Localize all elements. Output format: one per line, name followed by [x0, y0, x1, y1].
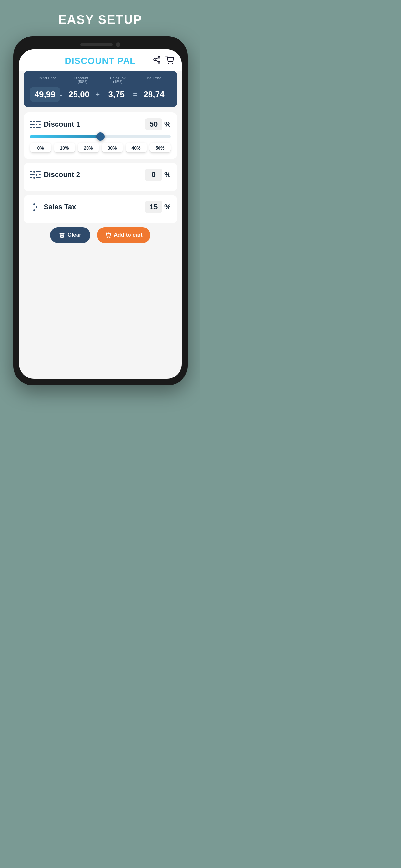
- clear-label: Clear: [67, 232, 81, 238]
- label-initial-price: Initial Price: [30, 76, 65, 84]
- svg-line-3: [156, 60, 158, 62]
- sales-tax-percent: %: [164, 203, 171, 211]
- discount2-title: Discount 2: [44, 170, 80, 179]
- add-cart-label: Add to cart: [114, 232, 143, 238]
- svg-text:0: 0: [171, 57, 172, 59]
- discount2-header: Discount 2 0 %: [30, 168, 171, 181]
- discount1-range-thumb[interactable]: [96, 132, 104, 141]
- discount1-percent: %: [164, 120, 171, 128]
- app-header: DISCOUNT PAL: [19, 50, 182, 71]
- equals-operator: =: [133, 90, 137, 99]
- svg-point-5: [168, 63, 168, 64]
- discount2-card: Discount 2 0 %: [24, 163, 177, 191]
- svg-point-8: [107, 237, 107, 238]
- sales-tax-header: Sales Tax 15 %: [30, 201, 171, 213]
- sliders-icon-sales-tax: [30, 204, 41, 211]
- discount1-card: Discount 1 50 % 0% 10% 20% 30%: [24, 113, 177, 159]
- header-icons: 0: [153, 56, 174, 66]
- summary-bar: Initial Price Discount 1(50%) Sales Tax(…: [24, 71, 177, 107]
- svg-point-9: [110, 237, 111, 238]
- label-sales-tax: Sales Tax(15%): [100, 76, 135, 84]
- discount1-range-fill: [30, 135, 100, 138]
- phone-screen: DISCOUNT PAL: [19, 50, 182, 379]
- share-icon[interactable]: [153, 56, 161, 66]
- discount1-header: Discount 1 50 %: [30, 118, 171, 130]
- svg-line-4: [156, 58, 158, 59]
- discount1-range-track[interactable]: [30, 135, 171, 138]
- summary-labels: Initial Price Discount 1(50%) Sales Tax(…: [30, 76, 171, 84]
- sales-tax-value-badge: 15 %: [145, 201, 171, 213]
- cart-add-icon: [104, 232, 111, 238]
- discount1-title: Discount 1: [44, 120, 80, 128]
- discount1-title-row: Discount 1: [30, 120, 80, 128]
- label-discount1: Discount 1(50%): [65, 76, 100, 84]
- discount1-value: 25,00: [62, 89, 96, 99]
- sales-tax-card: Sales Tax 15 %: [24, 195, 177, 223]
- discount2-value-box[interactable]: 0: [145, 168, 162, 181]
- discount1-value-badge: 50 %: [145, 118, 171, 130]
- preset-btn-20[interactable]: 20%: [78, 143, 99, 153]
- trash-icon: [59, 232, 65, 238]
- discount2-value-badge: 0 %: [145, 168, 171, 181]
- preset-btn-30[interactable]: 30%: [102, 143, 123, 153]
- discount2-percent: %: [164, 170, 171, 179]
- discount1-slider-container[interactable]: [30, 135, 171, 138]
- discount2-title-row: Discount 2: [30, 170, 80, 179]
- notch-dot: [116, 42, 120, 47]
- svg-point-6: [172, 63, 173, 64]
- add-to-cart-button[interactable]: Add to cart: [97, 227, 150, 243]
- clear-button[interactable]: Clear: [50, 227, 90, 243]
- plus-operator: +: [96, 90, 100, 99]
- preset-btn-50[interactable]: 50%: [150, 143, 171, 153]
- phone-frame: DISCOUNT PAL: [13, 36, 188, 385]
- preset-btn-40[interactable]: 40%: [126, 143, 147, 153]
- page-title: EASY SETUP: [58, 13, 142, 27]
- sales-tax-value-box[interactable]: 15: [145, 201, 162, 213]
- sales-tax-value: 3,75: [100, 89, 133, 99]
- sales-tax-title-row: Sales Tax: [30, 203, 76, 211]
- preset-btn-0[interactable]: 0%: [30, 143, 51, 153]
- initial-price-value: 49,99: [30, 87, 60, 102]
- action-row: Clear Add to cart: [24, 227, 177, 243]
- phone-notch: [19, 42, 182, 47]
- notch-pill: [81, 43, 113, 46]
- final-price-value: 28,74: [137, 89, 171, 99]
- cart-icon[interactable]: 0: [165, 56, 174, 66]
- label-final-price: Final Price: [135, 76, 171, 84]
- preset-btn-10[interactable]: 10%: [54, 143, 75, 153]
- summary-values: 49,99 - 25,00 + 3,75 = 28,74: [30, 87, 171, 102]
- sliders-icon-discount1: [30, 121, 41, 128]
- sliders-icon-discount2: [30, 171, 41, 179]
- app-title: DISCOUNT PAL: [65, 56, 136, 66]
- minus-operator: -: [60, 90, 62, 99]
- sales-tax-title: Sales Tax: [44, 203, 76, 211]
- discount1-value-box[interactable]: 50: [145, 118, 162, 130]
- discount1-presets: 0% 10% 20% 30% 40% 50%: [30, 143, 171, 153]
